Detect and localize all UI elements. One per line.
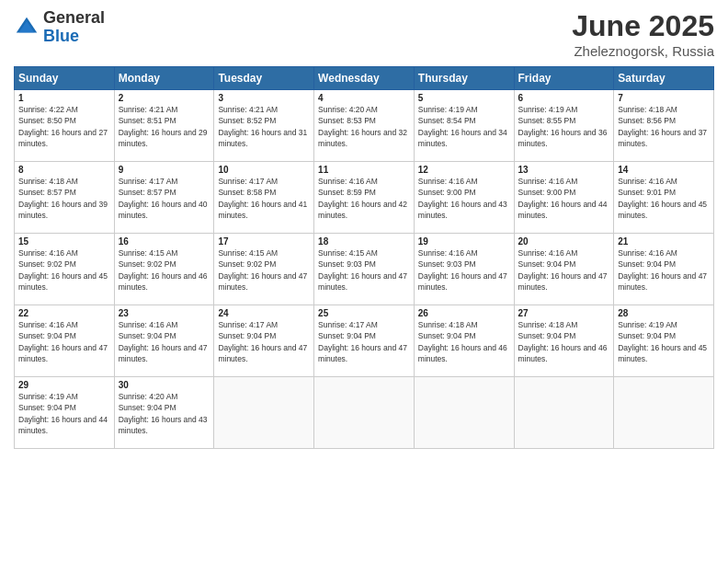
calendar-cell: 16Sunrise: 4:15 AMSunset: 9:02 PMDayligh…: [114, 234, 214, 305]
day-info: Sunrise: 4:18 AMSunset: 8:56 PMDaylight:…: [618, 104, 710, 149]
day-info: Sunrise: 4:19 AMSunset: 9:04 PMDaylight:…: [618, 319, 710, 364]
day-number: 20: [518, 236, 610, 247]
day-number: 1: [18, 93, 110, 103]
weekday-header-tuesday: Tuesday: [214, 67, 314, 90]
weekday-header-saturday: Saturday: [614, 67, 714, 90]
weekday-header-thursday: Thursday: [414, 67, 514, 90]
calendar-cell: 20Sunrise: 4:16 AMSunset: 9:04 PMDayligh…: [514, 234, 614, 305]
day-info: Sunrise: 4:16 AMSunset: 9:01 PMDaylight:…: [618, 176, 710, 221]
calendar-cell: 19Sunrise: 4:16 AMSunset: 9:03 PMDayligh…: [414, 234, 514, 305]
calendar-cell: 2Sunrise: 4:21 AMSunset: 8:51 PMDaylight…: [114, 90, 214, 162]
day-info: Sunrise: 4:16 AMSunset: 9:04 PMDaylight:…: [119, 319, 210, 364]
day-info: Sunrise: 4:16 AMSunset: 9:04 PMDaylight:…: [618, 247, 710, 293]
day-info: Sunrise: 4:16 AMSunset: 8:59 PMDaylight:…: [318, 176, 410, 221]
calendar-cell: 18Sunrise: 4:15 AMSunset: 9:03 PMDayligh…: [314, 234, 415, 305]
calendar-cell: 27Sunrise: 4:18 AMSunset: 9:04 PMDayligh…: [514, 305, 614, 377]
weekday-header-row: SundayMondayTuesdayWednesdayThursdayFrid…: [15, 67, 714, 90]
day-number: 12: [418, 165, 510, 175]
day-number: 6: [518, 93, 610, 103]
day-info: Sunrise: 4:16 AMSunset: 9:00 PMDaylight:…: [518, 176, 610, 221]
day-info: Sunrise: 4:18 AMSunset: 9:04 PMDaylight:…: [418, 319, 510, 364]
day-number: 19: [418, 236, 510, 247]
day-info: Sunrise: 4:17 AMSunset: 8:57 PMDaylight:…: [119, 176, 210, 221]
day-number: 18: [318, 236, 410, 247]
calendar-cell: 8Sunrise: 4:18 AMSunset: 8:57 PMDaylight…: [15, 162, 115, 234]
day-number: 11: [318, 165, 410, 175]
calendar-cell: 9Sunrise: 4:17 AMSunset: 8:57 PMDaylight…: [114, 162, 214, 234]
location: Zheleznogorsk, Russia: [572, 43, 714, 59]
calendar-cell: 15Sunrise: 4:16 AMSunset: 9:02 PMDayligh…: [15, 234, 115, 305]
calendar-cell: 1Sunrise: 4:22 AMSunset: 8:50 PMDaylight…: [15, 90, 115, 162]
calendar: SundayMondayTuesdayWednesdayThursdayFrid…: [14, 66, 714, 449]
day-number: 2: [119, 93, 210, 103]
week-row-3: 15Sunrise: 4:16 AMSunset: 9:02 PMDayligh…: [15, 234, 714, 305]
day-number: 29: [18, 380, 110, 390]
calendar-cell: 11Sunrise: 4:16 AMSunset: 8:59 PMDayligh…: [314, 162, 415, 234]
logo: General Blue: [14, 9, 105, 46]
day-number: 7: [618, 93, 710, 103]
calendar-cell: 7Sunrise: 4:18 AMSunset: 8:56 PMDaylight…: [614, 90, 714, 162]
day-number: 10: [218, 165, 310, 175]
calendar-cell: 22Sunrise: 4:16 AMSunset: 9:04 PMDayligh…: [15, 305, 115, 377]
calendar-cell: 25Sunrise: 4:17 AMSunset: 9:04 PMDayligh…: [314, 305, 415, 377]
day-number: 22: [18, 308, 110, 318]
logo-blue-text: Blue: [43, 28, 105, 46]
weekday-header-friday: Friday: [514, 67, 614, 90]
day-info: Sunrise: 4:20 AMSunset: 8:53 PMDaylight:…: [318, 104, 410, 149]
calendar-cell: [314, 377, 415, 449]
day-info: Sunrise: 4:19 AMSunset: 8:54 PMDaylight:…: [418, 104, 510, 149]
day-info: Sunrise: 4:16 AMSunset: 9:02 PMDaylight:…: [18, 247, 110, 293]
header: General Blue June 2025 Zheleznogorsk, Ru…: [14, 9, 714, 59]
day-info: Sunrise: 4:18 AMSunset: 9:04 PMDaylight:…: [518, 319, 610, 364]
day-number: 15: [18, 236, 110, 247]
calendar-cell: 3Sunrise: 4:21 AMSunset: 8:52 PMDaylight…: [214, 90, 314, 162]
day-number: 30: [119, 380, 210, 390]
day-info: Sunrise: 4:17 AMSunset: 9:04 PMDaylight:…: [218, 319, 310, 364]
day-info: Sunrise: 4:20 AMSunset: 9:04 PMDaylight:…: [119, 391, 210, 436]
day-info: Sunrise: 4:19 AMSunset: 8:55 PMDaylight:…: [518, 104, 610, 149]
day-number: 13: [518, 165, 610, 175]
day-info: Sunrise: 4:16 AMSunset: 9:00 PMDaylight:…: [418, 176, 510, 221]
calendar-cell: 14Sunrise: 4:16 AMSunset: 9:01 PMDayligh…: [614, 162, 714, 234]
title-block: June 2025 Zheleznogorsk, Russia: [572, 9, 714, 59]
calendar-cell: [514, 377, 614, 449]
weekday-header-monday: Monday: [114, 67, 214, 90]
calendar-cell: 6Sunrise: 4:19 AMSunset: 8:55 PMDaylight…: [514, 90, 614, 162]
day-number: 3: [218, 93, 310, 103]
calendar-cell: 21Sunrise: 4:16 AMSunset: 9:04 PMDayligh…: [614, 234, 714, 305]
calendar-cell: 23Sunrise: 4:16 AMSunset: 9:04 PMDayligh…: [114, 305, 214, 377]
page: General Blue June 2025 Zheleznogorsk, Ru…: [0, 0, 728, 563]
day-info: Sunrise: 4:15 AMSunset: 9:02 PMDaylight:…: [119, 247, 210, 293]
day-info: Sunrise: 4:18 AMSunset: 8:57 PMDaylight:…: [18, 176, 110, 221]
day-number: 27: [518, 308, 610, 318]
week-row-5: 29Sunrise: 4:19 AMSunset: 9:04 PMDayligh…: [15, 377, 714, 449]
calendar-cell: 12Sunrise: 4:16 AMSunset: 9:00 PMDayligh…: [414, 162, 514, 234]
day-number: 9: [119, 165, 210, 175]
calendar-cell: 13Sunrise: 4:16 AMSunset: 9:00 PMDayligh…: [514, 162, 614, 234]
logo-general-text: General: [43, 9, 105, 28]
day-info: Sunrise: 4:19 AMSunset: 9:04 PMDaylight:…: [18, 391, 110, 436]
day-number: 4: [318, 93, 410, 103]
week-row-1: 1Sunrise: 4:22 AMSunset: 8:50 PMDaylight…: [15, 90, 714, 162]
calendar-cell: 29Sunrise: 4:19 AMSunset: 9:04 PMDayligh…: [15, 377, 115, 449]
week-row-4: 22Sunrise: 4:16 AMSunset: 9:04 PMDayligh…: [15, 305, 714, 377]
day-number: 28: [618, 308, 710, 318]
day-number: 5: [418, 93, 510, 103]
month-title: June 2025: [572, 9, 714, 43]
calendar-cell: 30Sunrise: 4:20 AMSunset: 9:04 PMDayligh…: [114, 377, 214, 449]
week-row-2: 8Sunrise: 4:18 AMSunset: 8:57 PMDaylight…: [15, 162, 714, 234]
day-number: 24: [218, 308, 310, 318]
calendar-cell: 5Sunrise: 4:19 AMSunset: 8:54 PMDaylight…: [414, 90, 514, 162]
calendar-cell: [214, 377, 314, 449]
day-number: 16: [119, 236, 210, 247]
day-number: 21: [618, 236, 710, 247]
day-number: 8: [18, 165, 110, 175]
day-info: Sunrise: 4:17 AMSunset: 9:04 PMDaylight:…: [318, 319, 410, 364]
calendar-cell: 17Sunrise: 4:15 AMSunset: 9:02 PMDayligh…: [214, 234, 314, 305]
day-info: Sunrise: 4:21 AMSunset: 8:51 PMDaylight:…: [119, 104, 210, 149]
day-info: Sunrise: 4:15 AMSunset: 9:03 PMDaylight:…: [318, 247, 410, 293]
day-number: 14: [618, 165, 710, 175]
day-info: Sunrise: 4:21 AMSunset: 8:52 PMDaylight:…: [218, 104, 310, 149]
day-info: Sunrise: 4:15 AMSunset: 9:02 PMDaylight:…: [218, 247, 310, 293]
day-info: Sunrise: 4:17 AMSunset: 8:58 PMDaylight:…: [218, 176, 310, 221]
